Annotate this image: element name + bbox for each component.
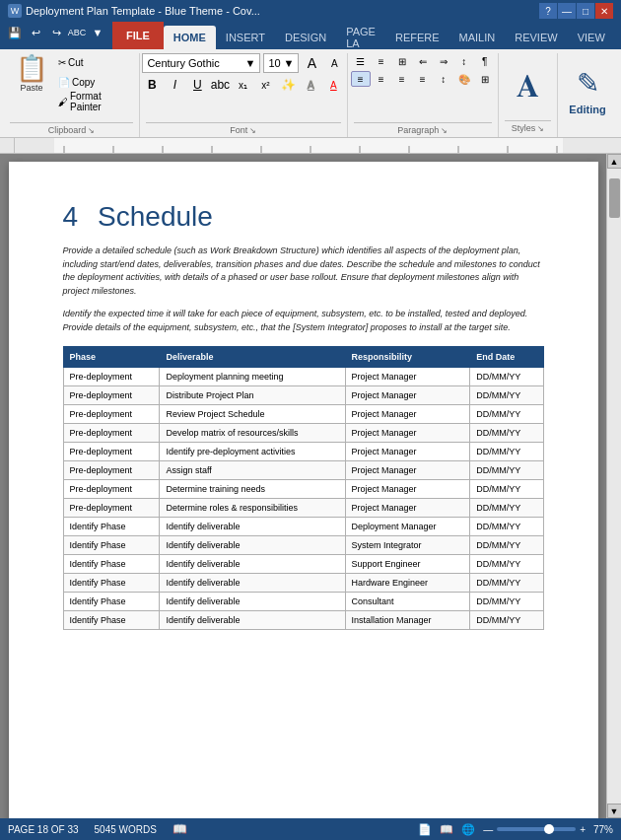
table-cell[interactable]: Distribute Project Plan [160,386,345,405]
underline-button[interactable]: U [187,75,207,95]
table-cell[interactable]: Determine training needs [160,480,345,499]
table-cell[interactable]: Pre-deployment [63,424,160,443]
table-cell[interactable]: DD/MM/YY [470,386,543,405]
table-cell[interactable]: Deployment planning meeting [160,368,345,386]
table-cell[interactable]: Deployment Manager [345,518,470,536]
table-cell[interactable]: Determine roles & responsibilities [160,499,345,518]
table-cell[interactable]: Support Engineer [345,555,470,574]
file-tab[interactable]: FILE [112,22,164,49]
table-cell[interactable]: DD/MM/YY [470,611,543,630]
table-cell[interactable]: Project Manager [345,368,470,386]
text-effects-button[interactable]: ✨ [278,75,298,95]
scroll-up-btn[interactable]: ▲ [607,154,622,169]
references-tab[interactable]: REFERE [385,26,449,49]
table-cell[interactable]: Identify Phase [63,574,160,593]
highlight-button[interactable]: A [301,75,320,95]
vertical-scrollbar[interactable]: ▲ ▼ [606,154,621,818]
document-scroll-area[interactable]: 4 Schedule Provide a detailed schedule (… [0,154,606,818]
align-center-btn[interactable]: ≡ [372,71,391,87]
table-cell[interactable]: Identify deliverable [160,536,345,555]
font-expand-icon[interactable]: ↘ [249,126,256,135]
zoom-plus-btn[interactable]: + [580,824,586,835]
table-cell[interactable]: Pre-deployment [63,480,160,499]
table-cell[interactable]: Project Manager [345,499,470,518]
table-cell[interactable]: Identify deliverable [160,574,345,593]
table-cell[interactable]: Identify Phase [63,536,160,555]
table-cell[interactable]: DD/MM/YY [470,499,543,518]
table-cell[interactable]: Hardware Engineer [345,574,470,593]
table-cell[interactable]: System Integrator [345,536,470,555]
increase-font-btn[interactable]: A [302,53,321,73]
table-cell[interactable]: Assign staff [160,461,345,480]
maximize-btn[interactable]: □ [577,3,594,19]
table-cell[interactable]: Project Manager [345,480,470,499]
table-cell[interactable]: Project Manager [345,443,470,461]
table-cell[interactable]: Develop matrix of resources/skills [160,424,345,443]
table-cell[interactable]: Project Manager [345,405,470,424]
shading-btn[interactable]: 🎨 [454,71,474,87]
format-painter-button[interactable]: 🖌Format Painter [55,93,133,110]
redo-qat-btn[interactable]: ↪ [47,24,65,41]
table-cell[interactable]: Pre-deployment [63,461,160,480]
table-cell[interactable]: DD/MM/YY [470,536,543,555]
subscript-button[interactable]: x₁ [233,75,252,95]
font-color-button[interactable]: A [323,75,343,95]
align-left-btn[interactable]: ≡ [351,71,371,87]
cut-button[interactable]: ✂Cut [55,53,133,71]
table-cell[interactable]: Identify deliverable [160,593,345,611]
table-cell[interactable]: DD/MM/YY [470,555,543,574]
scroll-track[interactable] [607,169,621,804]
align-right-btn[interactable]: ≡ [392,71,412,87]
body-paragraph-1[interactable]: Provide a detailed schedule (such as Wor… [63,245,544,298]
table-cell[interactable]: Pre-deployment [63,405,160,424]
table-cell[interactable]: Identify Phase [63,518,160,536]
home-tab[interactable]: HOME [164,26,216,49]
table-cell[interactable]: DD/MM/YY [470,480,543,499]
table-cell[interactable]: Pre-deployment [63,499,160,518]
table-cell[interactable]: DD/MM/YY [470,368,543,386]
italic-button[interactable]: I [165,75,184,95]
strikethrough-button[interactable]: abc [210,75,230,95]
increase-indent-btn[interactable]: ⇒ [434,53,453,69]
body-paragraph-2[interactable]: Identify the expected time it will take … [63,308,544,334]
table-cell[interactable]: DD/MM/YY [470,405,543,424]
copy-button[interactable]: 📄Copy [55,73,133,91]
font-name-selector[interactable]: Century Gothic ▼ [142,53,260,73]
bold-button[interactable]: B [142,75,162,95]
table-cell[interactable]: DD/MM/YY [470,461,543,480]
styles-button[interactable]: 𝐀 [513,64,543,108]
justify-btn[interactable]: ≡ [413,71,433,87]
table-cell[interactable]: Pre-deployment [63,368,160,386]
spell-qat-btn[interactable]: ABC [68,24,86,41]
table-cell[interactable]: DD/MM/YY [470,574,543,593]
clipboard-expand-icon[interactable]: ↘ [88,126,95,135]
undo-qat-btn[interactable]: ↩ [27,24,44,41]
paragraph-expand-icon[interactable]: ↘ [441,126,448,135]
page-layout-tab[interactable]: PAGE LA [336,26,385,49]
review-tab[interactable]: REVIEW [505,26,567,49]
proofing-icon[interactable]: 📖 [172,822,187,836]
developer-tab[interactable]: DEVELO [615,26,621,49]
view-web-btn[interactable]: 🌐 [461,823,475,836]
more-qat-btn[interactable]: ▼ [89,24,106,41]
table-cell[interactable]: Identify deliverable [160,518,345,536]
table-cell[interactable]: Project Manager [345,461,470,480]
minimize-btn[interactable]: — [558,3,576,19]
table-cell[interactable]: Identify Phase [63,593,160,611]
numbered-list-btn[interactable]: ≡ [372,53,391,69]
insert-tab[interactable]: INSERT [216,26,275,49]
superscript-button[interactable]: x² [255,75,275,95]
bullet-list-btn[interactable]: ☰ [351,53,371,69]
table-cell[interactable]: Pre-deployment [63,386,160,405]
table-cell[interactable]: DD/MM/YY [470,518,543,536]
table-cell[interactable]: DD/MM/YY [470,424,543,443]
sort-btn[interactable]: ↕ [454,53,474,69]
scroll-thumb[interactable] [609,178,620,218]
styles-expand-icon[interactable]: ↘ [537,124,544,133]
multilevel-list-btn[interactable]: ⊞ [392,53,412,69]
view-reading-btn[interactable]: 📖 [440,823,453,836]
zoom-track[interactable] [497,827,576,831]
decrease-indent-btn[interactable]: ⇐ [413,53,433,69]
help-btn[interactable]: ? [539,3,557,19]
font-size-selector[interactable]: 10 ▼ [263,53,299,73]
